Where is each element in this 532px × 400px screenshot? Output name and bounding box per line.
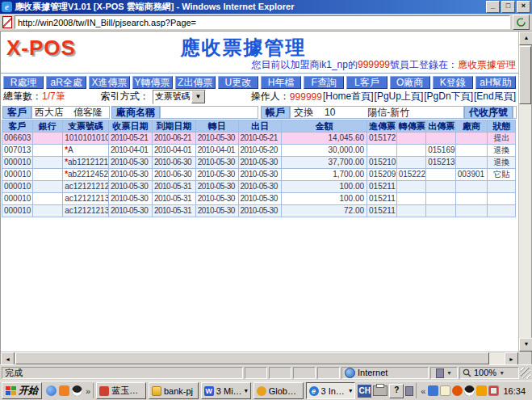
column-header: 客戶 [2, 120, 33, 133]
vertical-scrollbar[interactable]: ▲ ▼ [518, 32, 531, 352]
nav-link[interactable]: [PgDn下頁] [424, 91, 473, 102]
column-header: 轉日 [195, 120, 238, 133]
page-nav: [Home首頁][PgUp上頁][PgDn下頁][End尾頁] [322, 90, 516, 103]
cell [488, 181, 516, 193]
table-row[interactable]: 000010*ab121212122010-05-302010-06-30201… [2, 157, 516, 169]
index-mode-label: 索引方式： [101, 90, 149, 103]
vendor-name-field[interactable] [160, 106, 258, 119]
scroll-down-icon[interactable]: ▼ [519, 338, 532, 352]
toolbar-button[interactable]: F查詢 [304, 76, 344, 89]
table-row[interactable]: 00660310101010102010-05-212010-06-212010… [2, 133, 516, 145]
resize-grip[interactable] [521, 368, 530, 378]
printer-icon[interactable] [373, 385, 387, 396]
nav-link[interactable]: [PgUp上頁] [375, 91, 424, 102]
tray-icon[interactable] [452, 385, 463, 396]
cell: 2010-06-30 [152, 157, 195, 169]
keyboard-icon[interactable] [405, 386, 413, 396]
chevron-down-icon[interactable]: ▼ [191, 91, 205, 103]
table-row[interactable]: 000010ac121212122010-05-302010-05-312010… [2, 181, 516, 193]
system-tray: « 16:34 [416, 383, 530, 398]
collect-serial-label: 代收序號 [464, 106, 513, 119]
star-mark: * [65, 145, 68, 154]
cell [426, 133, 456, 145]
cell: ac12121212 [63, 181, 109, 193]
table-row[interactable]: 000010*ab221245212010-05-302010-06-30201… [2, 169, 516, 181]
status-pane [293, 367, 316, 379]
tray-icon[interactable] [464, 385, 475, 396]
collect-serial-field[interactable] [513, 106, 517, 119]
toolbar-button[interactable]: Z出傳票 [175, 76, 216, 89]
customer-field[interactable]: 西大店 億客隆 [31, 106, 110, 119]
cell: 100.00 [282, 181, 367, 193]
table-row[interactable]: 000010ac121212132010-05-302010-05-312010… [2, 205, 516, 217]
qq-icon[interactable] [72, 385, 82, 396]
dropdown-arrow-icon: ▾ [349, 387, 352, 394]
help-button[interactable]: ? [389, 384, 404, 398]
cell [455, 157, 488, 169]
toolbar-button[interactable]: aR全處 [46, 76, 86, 89]
account-field[interactable]: 交換 10 陽信-新竹 [290, 106, 464, 119]
nav-link[interactable]: [Home首頁] [323, 91, 374, 102]
toolbar-button[interactable]: L客戶 [346, 76, 387, 89]
account-bank-name: 陽信-新竹 [367, 107, 409, 118]
language-indicator[interactable]: CH [358, 385, 371, 398]
taskbar: 开始 » 蓝玉资讯研...bank-pj3 Microso...▾GlobalS… [0, 381, 532, 400]
start-button[interactable]: 开始 [2, 382, 42, 399]
url-input[interactable] [15, 18, 509, 27]
toolbar-button[interactable]: R處理 [3, 76, 44, 89]
taskbar-button[interactable]: 3 Interne...▾ [306, 382, 356, 399]
account-number: 10 [325, 107, 335, 118]
tray-icon[interactable] [488, 385, 499, 396]
taskbar-button[interactable]: bank-pj [149, 382, 199, 399]
titlebar[interactable]: e 應收票據管理V1.01 [X-POS 雲端商務網] - Windows In… [0, 0, 532, 14]
filter-icon [436, 368, 444, 378]
taskbar-button[interactable]: GlobalSCAP... [253, 382, 304, 399]
table-row[interactable]: 007013*A2010-04-012010-04-012010-04-0120… [2, 145, 516, 157]
toolbar-button[interactable]: H年檔 [261, 76, 301, 89]
horizontal-scrollbar[interactable]: ◄ ► [1, 352, 518, 364]
tray-icon[interactable] [440, 385, 450, 396]
scroll-up-icon[interactable]: ▲ [519, 32, 532, 45]
messenger-icon[interactable] [46, 385, 57, 396]
cell: 2010-05-31 [152, 181, 195, 193]
cell: *A [63, 145, 109, 157]
overflow-chevron-icon[interactable]: » [85, 386, 91, 396]
index-mode-select[interactable]: 支票號碼 ▼ [153, 90, 206, 104]
login-employee-id: 999999 [358, 59, 390, 70]
cell: 000010 [2, 181, 33, 193]
close-button[interactable]: × [517, 1, 530, 13]
toolbar-button[interactable]: K登錄 [433, 76, 473, 89]
tray-icon[interactable] [428, 385, 438, 396]
maximize-button[interactable]: □ [501, 1, 515, 13]
info-row: 總筆數： 1/7筆 索引方式： 支票號碼 ▼ 操作人： 999999 [Home… [1, 89, 518, 104]
security-zone-label: Internet [358, 368, 387, 378]
toolbar-button[interactable]: Y轉傳票 [132, 76, 173, 89]
taskbar-button[interactable]: 3 Microso...▾ [201, 382, 251, 399]
cell [32, 169, 63, 181]
cell: 2010-05-21 [109, 133, 153, 145]
taskbar-button-label: 蓝玉资讯研... [111, 385, 143, 397]
tray-icon[interactable] [476, 385, 487, 396]
index-mode-value: 支票號碼 [153, 91, 191, 103]
phishing-filter-pane[interactable]: ▼ [430, 367, 458, 379]
nav-link[interactable]: [End尾頁] [474, 91, 516, 102]
horizontal-scroll-thumb[interactable] [15, 352, 489, 364]
cell: 000010 [2, 193, 33, 205]
table-row[interactable]: 000010ac121212132010-05-302010-05-312010… [2, 193, 516, 205]
cell [367, 145, 397, 157]
column-header: 到期日期 [152, 120, 195, 133]
refresh-button[interactable] [513, 15, 530, 30]
toolbar-button[interactable]: X進傳票 [89, 76, 129, 89]
toolbar-button[interactable]: O廠商 [390, 76, 430, 89]
operator-value: 999999 [290, 91, 322, 103]
zoom-control[interactable]: 100% ▼ [459, 367, 519, 379]
app-launcher-icon[interactable] [59, 385, 69, 396]
toolbar-button[interactable]: U更改 [218, 76, 258, 89]
vertical-scroll-thumb[interactable] [519, 46, 531, 104]
minimize-button[interactable]: _ [486, 1, 500, 13]
toolbar-button[interactable]: aH幫助 [475, 76, 516, 89]
taskbar-button-label: 3 Microso... [216, 386, 242, 396]
tray-collapse-icon[interactable]: « [420, 386, 426, 396]
taskbar-button[interactable]: 蓝玉资讯研... [96, 382, 146, 399]
zoom-level: 100% [474, 368, 496, 378]
